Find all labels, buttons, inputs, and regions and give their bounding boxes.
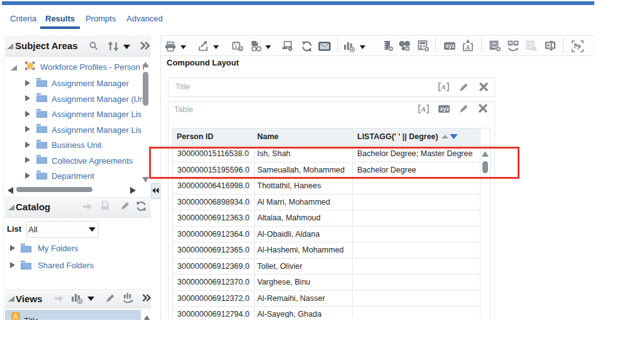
svg-text:A: A [421,105,426,113]
svg-text:A: A [441,83,446,91]
svg-text:1: 1 [235,44,237,48]
svg-text:A: A [465,43,470,51]
